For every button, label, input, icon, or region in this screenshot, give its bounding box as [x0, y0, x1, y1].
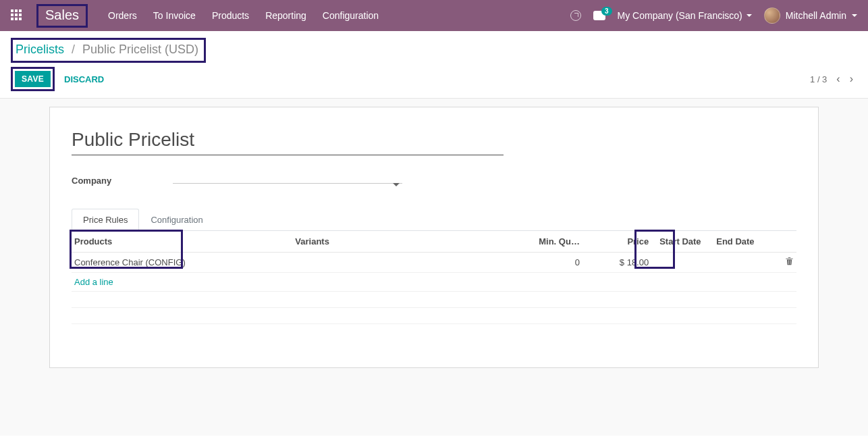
brand-highlight[interactable]: Sales: [36, 4, 88, 28]
cell-price[interactable]: $ 18.00: [582, 253, 651, 273]
activity-clock-icon[interactable]: [570, 10, 581, 21]
company-field-row: Company: [72, 176, 796, 186]
breadcrumb-highlight: Pricelists / Public Pricelist (USD): [11, 38, 206, 63]
breadcrumb-root[interactable]: Pricelists: [16, 43, 64, 56]
top-nav: Sales Orders To Invoice Products Reporti…: [0, 0, 868, 31]
nav-reporting[interactable]: Reporting: [265, 10, 306, 21]
app-brand: Sales: [45, 7, 79, 22]
caret-down-icon: [747, 14, 752, 20]
breadcrumb-sep: /: [72, 43, 75, 56]
user-menu[interactable]: Mitchell Admin: [764, 7, 857, 24]
cell-delete: [776, 253, 796, 273]
col-variants[interactable]: Variants: [292, 231, 527, 253]
action-row: SAVE DISCARD 1 / 3 ‹ ›: [11, 67, 857, 91]
cell-start-date[interactable]: [651, 253, 713, 273]
company-switcher[interactable]: My Company (San Francisco): [618, 10, 752, 21]
tabs: Price Rules Configuration: [72, 209, 796, 231]
apps-icon[interactable]: [11, 9, 23, 22]
empty-row: [72, 308, 796, 324]
nav-menu: Orders To Invoice Products Reporting Con…: [108, 10, 379, 21]
chat-badge: 3: [601, 7, 612, 16]
col-actions: [776, 231, 796, 253]
cell-variants[interactable]: [292, 253, 527, 273]
price-rules-panel: Products Variants Min. Qu… Price Start D…: [72, 231, 796, 340]
add-line-link[interactable]: Add a line: [74, 277, 113, 287]
add-line-row: Add a line: [72, 273, 796, 292]
save-button[interactable]: SAVE: [15, 71, 51, 87]
nav-right: 3 My Company (San Francisco) Mitchell Ad…: [570, 7, 857, 24]
cell-min-qty[interactable]: 0: [527, 253, 582, 273]
nav-to-invoice[interactable]: To Invoice: [153, 10, 196, 21]
tab-price-rules[interactable]: Price Rules: [72, 209, 139, 231]
discard-button[interactable]: DISCARD: [64, 74, 104, 84]
user-name: Mitchell Admin: [786, 10, 846, 21]
empty-row: [72, 324, 796, 340]
col-start-date[interactable]: Start Date: [651, 231, 713, 253]
trash-icon[interactable]: [785, 257, 794, 268]
save-highlight: SAVE: [11, 67, 55, 91]
breadcrumb: Pricelists / Public Pricelist (USD): [16, 43, 198, 57]
pager-next-icon[interactable]: ›: [850, 73, 853, 85]
messaging-icon[interactable]: 3: [593, 11, 605, 20]
avatar: [764, 7, 780, 24]
company-name: My Company (San Francisco): [618, 10, 742, 21]
pager-prev-icon[interactable]: ‹: [836, 73, 840, 85]
pager: 1 / 3 ‹ ›: [810, 73, 857, 85]
nav-configuration[interactable]: Configuration: [323, 10, 379, 21]
pricelist-name-input[interactable]: [72, 126, 504, 155]
table-row[interactable]: Conference Chair (CONFIG) 0 $ 18.00: [72, 253, 796, 273]
price-rules-table: Products Variants Min. Qu… Price Start D…: [72, 231, 796, 340]
form-sheet-background: Company Price Rules Configuration Produc…: [0, 98, 868, 436]
company-label: Company: [72, 176, 173, 186]
cell-product[interactable]: Conference Chair (CONFIG): [72, 253, 292, 273]
form-sheet: Company Price Rules Configuration Produc…: [49, 107, 819, 368]
empty-row: [72, 292, 796, 308]
company-select[interactable]: [173, 178, 402, 184]
caret-down-icon: [852, 14, 857, 20]
pager-text: 1 / 3: [810, 74, 827, 84]
nav-products[interactable]: Products: [212, 10, 249, 21]
control-bar: Pricelists / Public Pricelist (USD) SAVE…: [0, 31, 868, 91]
tab-configuration[interactable]: Configuration: [139, 209, 214, 231]
cell-end-date[interactable]: [713, 253, 776, 273]
nav-orders[interactable]: Orders: [108, 10, 137, 21]
col-min-qty[interactable]: Min. Qu…: [527, 231, 582, 253]
breadcrumb-current: Public Pricelist (USD): [82, 43, 198, 56]
col-price[interactable]: Price: [582, 231, 651, 253]
col-end-date[interactable]: End Date: [713, 231, 776, 253]
col-products[interactable]: Products: [72, 231, 292, 253]
